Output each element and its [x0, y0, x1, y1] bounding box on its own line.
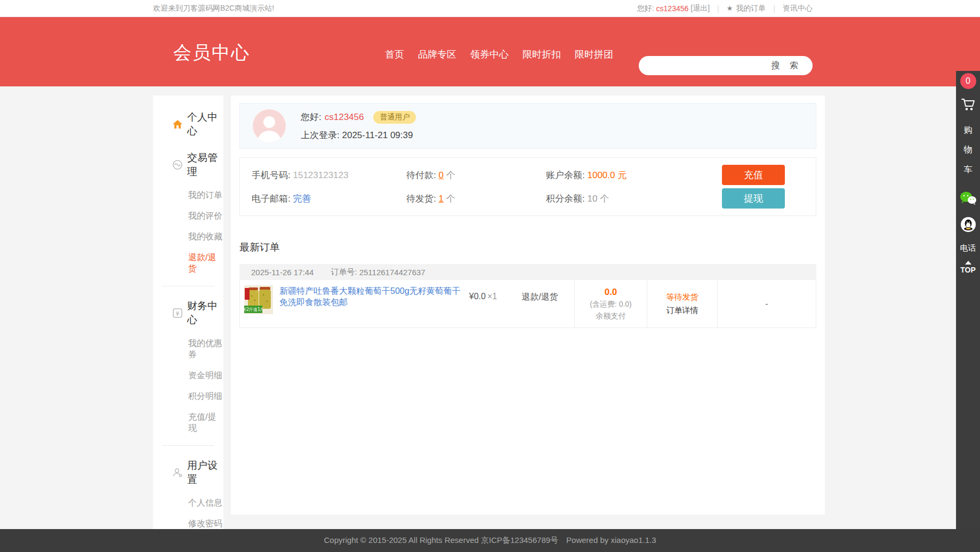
pending-shipment-label: 待发货: [406, 194, 436, 204]
up-arrow-icon [965, 261, 971, 265]
greeting-label: 您好: [637, 4, 654, 13]
balance-value: 1000.0 [587, 170, 615, 180]
account-summary: 手机号码: 15123123123 待付款: 0 个 账户余额: 1000.0 … [239, 157, 816, 216]
search-bar: 搜 索 [639, 56, 813, 75]
order-amount: 0.0 [605, 287, 617, 298]
order-table: 2025-11-26 17:44 订单号: 251126174427637 [239, 264, 816, 328]
sidebar-item-my-coupons[interactable]: 我的优惠券 [153, 333, 223, 365]
phone-label[interactable]: 电话 [956, 243, 980, 253]
topbar-username: cs123456 [656, 4, 689, 13]
page-title: 会员中心 [173, 41, 250, 65]
cart-label[interactable]: 购物车 [963, 120, 973, 179]
nav-group-buy[interactable]: 限时拼团 [575, 48, 613, 61]
topbar: 欢迎来到刀客源码网B2C商城演示站! 您好: cs123456 [退出] | ★… [0, 0, 980, 17]
order-price: ¥0.0 [469, 292, 486, 327]
main-area: 个人中心 交易管理 我的订单 我的评价 我的收藏 退款/退货 ¥ 财务中心 我的… [153, 95, 825, 552]
cart-icon[interactable] [956, 98, 980, 114]
pending-shipment-count-link[interactable]: 1 [438, 194, 443, 204]
sidebar-heading-finance[interactable]: ¥ 财务中心 [153, 293, 223, 333]
main-nav: 首页 品牌专区 领券中心 限时折扣 限时拼团 [385, 48, 613, 61]
sidebar-item-fund-details[interactable]: 资金明细 [153, 365, 223, 386]
sidebar-item-recharge-withdraw[interactable]: 充值/提现 [153, 407, 223, 439]
avatar [253, 109, 286, 142]
sidebar-heading-trade[interactable]: 交易管理 [153, 145, 223, 185]
points-value: 10 [587, 194, 597, 204]
search-input[interactable] [639, 56, 772, 75]
nav-home[interactable]: 首页 [385, 48, 404, 61]
topbar-news-link[interactable]: 资讯中心 [783, 4, 813, 13]
pay-method: 余额支付 [596, 311, 626, 321]
product-image[interactable]: 买2斤送1斤 [244, 285, 273, 314]
member-center-panel: 您好: cs123456 普通用户 上次登录: 2025-11-21 09:39… [231, 95, 825, 515]
profile-username: cs123456 [325, 112, 364, 123]
points-label: 积分余额: [546, 194, 585, 204]
logout-link[interactable]: [退出] [690, 4, 710, 13]
footer: Copyright © 2015-2025 All Rights Reserve… [0, 529, 980, 552]
nav-coupon-center[interactable]: 领券中心 [470, 48, 509, 61]
welcome-text: 欢迎来到刀客源码网B2C商城演示站! [153, 4, 274, 13]
sidebar-heading-user-settings[interactable]: 用户设置 [153, 452, 223, 493]
sidebar-item-points-details[interactable]: 积分明细 [153, 386, 223, 407]
balance-label: 账户余额: [546, 170, 585, 180]
finance-icon: ¥ [172, 307, 183, 319]
nav-brand-zone[interactable]: 品牌专区 [418, 48, 456, 61]
divider: | [717, 4, 719, 13]
copyright-text: Copyright © 2015-2025 All Rights Reserve… [324, 535, 656, 546]
exchange-icon [172, 159, 183, 171]
svg-text:¥: ¥ [176, 310, 180, 317]
order-no: 251126174427637 [359, 268, 425, 277]
wechat-icon[interactable] [956, 191, 980, 208]
sidebar-item-my-reviews[interactable]: 我的评价 [153, 206, 223, 227]
nav-flash-discount[interactable]: 限时折扣 [523, 48, 561, 61]
order-extra: - [765, 299, 768, 309]
back-to-top-button[interactable]: TOP [956, 261, 980, 274]
pending-payment-count-link[interactable]: 0 [438, 170, 443, 180]
last-login-label: 上次登录: [301, 130, 340, 140]
sidebar-item-my-orders[interactable]: 我的订单 [153, 185, 223, 206]
topbar-my-orders-link[interactable]: 我的订单 [736, 4, 766, 13]
qq-icon[interactable] [956, 217, 980, 235]
sidebar-item-refund-return[interactable]: 退款/退货 [153, 247, 223, 279]
order-type: 退款/退货 [521, 292, 558, 327]
last-login-time: 2025-11-21 09:39 [342, 130, 413, 140]
phone-label: 手机号码: [252, 170, 291, 180]
recharge-button[interactable]: 充值 [722, 165, 785, 185]
divider [163, 445, 214, 446]
sidebar: 个人中心 交易管理 我的订单 我的评价 我的收藏 退款/退货 ¥ 财务中心 我的… [153, 95, 223, 552]
shipping-note: (含运费: 0.0) [590, 300, 632, 309]
phone-value: 15123123123 [293, 170, 348, 180]
right-fixed-toolbar: 0 购物车 电话 TOP [956, 71, 980, 552]
user-settings-icon [172, 467, 183, 478]
sidebar-item-personal-info[interactable]: 个人信息 [153, 493, 223, 514]
email-label: 电子邮箱: [252, 194, 291, 204]
withdraw-button[interactable]: 提现 [722, 188, 785, 209]
order-row: 买2斤送1斤 新疆特产吐鲁番大颗粒葡萄干500g无籽黄萄葡干免洗即食散装包邮 ¥… [239, 280, 816, 328]
svg-text:买2斤送1斤: 买2斤送1斤 [244, 307, 264, 312]
search-button[interactable]: 搜 索 [772, 60, 813, 71]
product-title-link[interactable]: 新疆特产吐鲁番大颗粒葡萄干500g无籽黄萄葡干免洗即食散装包邮 [279, 285, 461, 327]
cart-count-badge: 0 [960, 73, 976, 89]
order-detail-link[interactable]: 订单详情 [666, 306, 698, 316]
pending-payment-label: 待付款: [406, 170, 436, 180]
latest-orders-title: 最新订单 [239, 241, 816, 254]
email-complete-link[interactable]: 完善 [293, 194, 311, 204]
order-no-label: 订单号: [331, 267, 357, 277]
profile-box: 您好: cs123456 普通用户 上次登录: 2025-11-21 09:39 [239, 103, 816, 149]
star-icon: ★ [727, 4, 733, 12]
home-icon [172, 118, 183, 130]
divider: | [773, 4, 775, 13]
greeting-label: 您好: [301, 111, 322, 123]
order-qty: ×1 [487, 292, 497, 327]
order-header-row: 2025-11-26 17:44 订单号: 251126174427637 [239, 264, 816, 280]
divider [163, 286, 214, 286]
sidebar-item-my-favorites[interactable]: 我的收藏 [153, 227, 223, 247]
order-status: 等待发货 [666, 292, 698, 302]
sidebar-item-personal-center[interactable]: 个人中心 [153, 104, 223, 145]
user-level-badge: 普通用户 [373, 111, 416, 124]
order-date: 2025-11-26 17:44 [251, 268, 314, 277]
header: 会员中心 首页 品牌专区 领券中心 限时折扣 限时拼团 搜 索 [0, 17, 980, 86]
